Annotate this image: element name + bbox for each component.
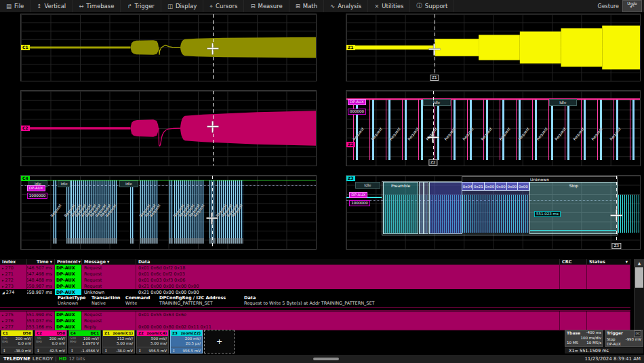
col-index[interactable]: Index (0, 259, 27, 265)
expand-icon[interactable]: ▸ (2, 266, 4, 270)
c1-plot[interactable]: C1 800 mV 400 mV 0 mV -400 mV -800 mV -1… (20, 14, 317, 81)
byte-value[interactable]: 0x00 (517, 182, 529, 191)
menu-display[interactable]: ◫Display (161, 0, 203, 12)
trigger-coupling-badge: DC (634, 330, 641, 337)
plus-icon: + (216, 337, 222, 346)
idle-label: Idle (58, 180, 71, 187)
byte-value[interactable]: 0x04 (462, 182, 474, 191)
protocol-badge: DP-AUX (55, 283, 81, 289)
descriptor-c4[interactable]: C4DC1 500MHz 100 mV/1.0970 V ↕-1.4566 V (68, 330, 101, 354)
packet-detail-values: Unknown Native Write TRAINING_PATTERN_SE… (0, 301, 630, 306)
menu-timebase[interactable]: ↔Timebase (73, 0, 121, 12)
dp-aux-badge[interactable]: DP-AUX (349, 192, 367, 198)
col-data[interactable]: Data (136, 259, 560, 265)
scroll-up-icon[interactable]: ▲ (635, 259, 644, 267)
unknown-label: Unknown (530, 177, 549, 182)
byte-value[interactable]: 0x00 (506, 182, 519, 191)
c2-zero-badge[interactable]: C2 (21, 126, 30, 131)
dp-aux-value-badge: 1000000 (27, 193, 48, 199)
sort-icon: ▾ (626, 259, 628, 265)
c2-waveform (21, 91, 316, 166)
expand-icon[interactable]: ▸ (2, 319, 4, 323)
offset-marker-icon: ↕ (37, 349, 40, 353)
sort-icon: ▾ (50, 259, 52, 265)
c4-cursor-cross[interactable] (206, 212, 218, 224)
gesture-label: Gesture (597, 3, 619, 9)
z2-cursor-cross[interactable] (427, 132, 439, 143)
menu-measure[interactable]: ⊟Measure (244, 0, 289, 12)
col-message[interactable]: Message▾ (82, 259, 136, 265)
packet-detail-header: PacketType Transaction Command DPConfigR… (0, 295, 630, 301)
col-crc[interactable]: CRC (560, 259, 587, 265)
trigger-icon: ↱ (127, 3, 132, 9)
table-scrollbar[interactable]: ▲ (634, 259, 644, 330)
expand-icon[interactable]: ▸ (2, 313, 4, 317)
idle-label: Idle (119, 180, 138, 187)
menu-cursors[interactable]: ⌖Cursors (203, 0, 244, 12)
z2-zero-badge[interactable]: Z2 (346, 142, 355, 147)
bandwidth-badge: 1GGHz (2, 337, 8, 343)
col-status[interactable]: Status▾ (587, 259, 630, 265)
c2-plot[interactable]: C2 800 mV 400 mV 0 mV -400 mV -800 mV -1… (20, 90, 317, 166)
z2-cursor-line[interactable] (433, 91, 434, 166)
byte-value[interactable]: 0x00 (495, 182, 507, 191)
menu-utilities-label: Utilities (382, 3, 403, 9)
descriptor-z3-selected[interactable]: Z3zoom(Z2) 200 mV/20.5 µs/ ↕956.5 mV (170, 330, 203, 354)
menu-vertical[interactable]: ↕Vertical (31, 0, 73, 12)
expand-icon[interactable]: ▸ (2, 325, 4, 329)
z1-cursor-cross[interactable] (428, 43, 440, 55)
z3-cursor-cross[interactable] (611, 210, 622, 221)
menu-timebase-label: Timebase (86, 3, 114, 9)
c1-cursor-cross[interactable] (207, 43, 218, 54)
table-row-274-selected[interactable]: ◢274 550.987 ms DP-AUX Unknown 0x21 0x00… (0, 289, 630, 295)
oscilloscope-app: ▤File ↕Vertical ↔Timebase ↱Trigger ◫Disp… (0, 0, 644, 363)
z1-waveform (346, 14, 640, 81)
z1-zero-badge[interactable]: Z1 (346, 45, 355, 50)
decode-table: Index Time▾ Protocol▾ Message▾ Data CRC … (0, 259, 644, 330)
byte-value[interactable]: 0x21 (472, 182, 485, 191)
c4-plot[interactable]: Idle Idle Idle DP-AUX 1000000 C4 -697 mV… (20, 175, 317, 250)
timebase-box[interactable]: Tbase-400 ms 100 ms/div 10 MS10 MS/s (565, 330, 603, 347)
z3-zero-badge[interactable]: Z3 (346, 176, 355, 181)
collapse-icon[interactable]: ◢ (2, 290, 5, 294)
menu-math[interactable]: ⊞Math (289, 0, 324, 12)
dp-aux-badge[interactable]: DP-AUX (27, 185, 45, 191)
dp-aux-badge[interactable]: DP-AUX (348, 99, 366, 105)
hd-badge: HD (59, 356, 67, 362)
menu-utilities[interactable]: ×Utilities (368, 0, 410, 12)
add-trace-button[interactable]: + (204, 330, 235, 354)
z2-plot[interactable]: Idle Idle DP-AUX 000000 Z2 Z2 3.5 V 2.5 … (346, 90, 641, 166)
idle-label: Idle (549, 99, 577, 106)
menu-trigger[interactable]: ↱Trigger (121, 0, 161, 12)
analysis-icon: ∿ (330, 3, 335, 9)
descriptor-z1[interactable]: Z1zoom(C1) 112 mV/5.00 ms/ ↕-38.0 mV (102, 330, 135, 354)
drag-handle[interactable] (313, 358, 339, 360)
table-header: Index Time▾ Protocol▾ Message▾ Data CRC … (0, 259, 630, 265)
expand-icon[interactable]: ▸ (2, 272, 4, 276)
stop-field[interactable]: Stop (529, 182, 618, 234)
z1-plot[interactable]: Z1 Z1 457.4 mV 233.4 mV 9.4 mV -214.6 mV… (346, 14, 641, 81)
col-time[interactable]: Time▾ (27, 259, 55, 265)
byte-value[interactable]: 0x00 (484, 182, 496, 191)
descriptor-z2[interactable]: Z2zoom(C4) 500 mV/5.00 ms/ ↕956.5 mV (136, 330, 169, 354)
descriptor-c2[interactable]: C2D50 1GGHz 200 mV/0.0 mV ↕42.5 mV (35, 330, 67, 354)
expand-icon[interactable]: ▸ (2, 284, 4, 288)
menu-file[interactable]: ▤File (0, 0, 31, 12)
menu-support[interactable]: ⓘSupport (410, 0, 454, 12)
menu-cursors-label: Cursors (216, 3, 237, 9)
c4-zero-badge[interactable]: C4 (21, 176, 30, 181)
grid-z3: Preamble 0x04 0x21 0x00 0x00 0x00 0x00 U… (346, 175, 641, 250)
c1-zero-badge[interactable]: C1 (21, 45, 30, 50)
expand-icon[interactable]: ▸ (2, 278, 4, 282)
scrollbar-thumb[interactable] (635, 267, 643, 288)
menu-analysis[interactable]: ∿Analysis (324, 0, 368, 12)
descriptor-c1[interactable]: C1D50 1GGHz 200 mV/0.0 mV ↕-38.0 mV (1, 330, 33, 354)
z3-plot[interactable]: Preamble 0x04 0x21 0x00 0x00 0x00 0x00 U… (346, 175, 641, 250)
dp-aux-value-badge: 000000 (348, 109, 366, 115)
c2-cursor-cross[interactable] (207, 121, 218, 132)
trigger-box[interactable]: TriggerDC Stop-993 mV DP-AUX (605, 330, 643, 347)
col-protocol[interactable]: Protocol▾ (55, 259, 82, 265)
undo-button[interactable]: Undo ↶ (622, 0, 642, 12)
preamble-field[interactable]: Preamble (383, 182, 418, 234)
c1-waveform (21, 14, 316, 81)
